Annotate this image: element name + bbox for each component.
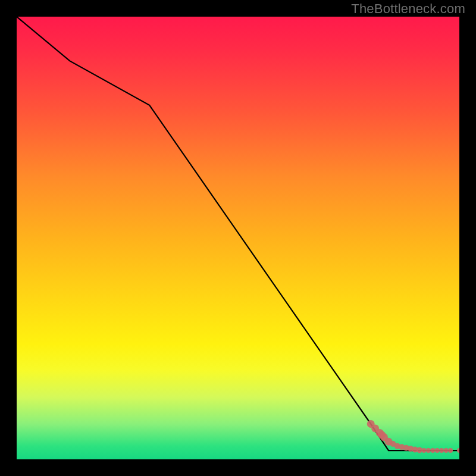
gradient-background: [17, 17, 459, 459]
watermark-text: TheBottleneck.com: [351, 1, 465, 17]
chart-frame: TheBottleneck.com: [0, 0, 476, 476]
plot-area: [17, 17, 459, 459]
